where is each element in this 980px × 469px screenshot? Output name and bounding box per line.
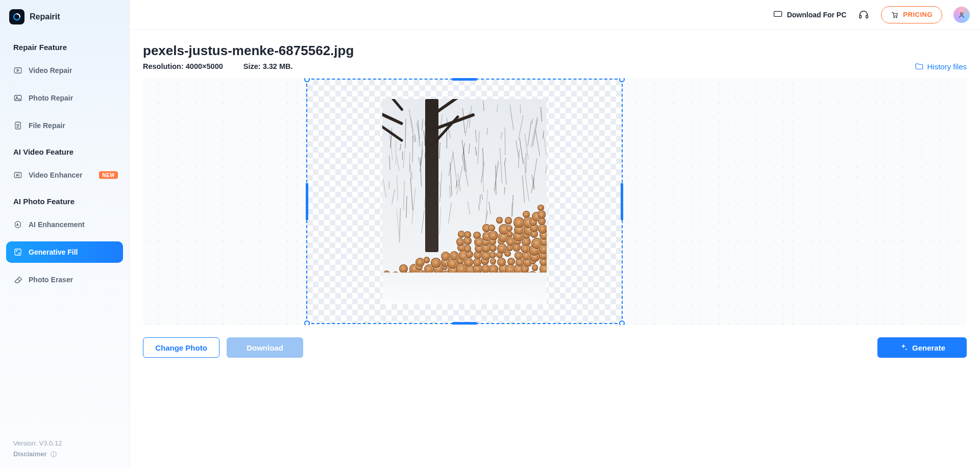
play-box-icon — [13, 66, 22, 75]
logo-mark-icon — [9, 9, 24, 24]
support-button[interactable] — [857, 9, 870, 21]
action-bar: Change Photo Download Generate — [143, 325, 967, 373]
file-meta: Resolution: 4000×5000 Size: 3.32 MB. — [143, 62, 292, 70]
svg-rect-4 — [15, 122, 21, 129]
file-name: pexels-justus-menke-6875562.jpg — [143, 43, 967, 59]
canvas-workarea[interactable] — [143, 78, 967, 325]
sidebar-section-ai-photo: AI Photo Feature — [0, 189, 129, 211]
sidebar-section-ai-video: AI Video Feature — [0, 139, 129, 161]
svg-rect-17 — [866, 15, 868, 17]
sidebar-item-label: Photo Eraser — [29, 276, 73, 284]
content: pexels-justus-menke-6875562.jpg Resoluti… — [130, 30, 980, 469]
avatar[interactable] — [953, 7, 970, 23]
selection-edge-left[interactable] — [306, 183, 308, 220]
info-icon — [50, 451, 57, 458]
sidebar-item-label: Photo Repair — [29, 94, 73, 102]
sidebar-item-generative-fill[interactable]: Generative Fill — [6, 241, 123, 263]
eraser-icon — [13, 275, 22, 284]
resolution: Resolution: 4000×5000 — [143, 62, 223, 70]
main: Download For PC PRICING pexels-justus-me… — [130, 0, 980, 469]
svg-rect-16 — [860, 15, 862, 17]
sidebar-item-ai-enhancement[interactable]: AI Enhancement — [6, 214, 123, 235]
sidebar-item-video-repair[interactable]: Video Repair — [6, 60, 123, 81]
app-logo[interactable]: Repairit — [0, 9, 129, 35]
sidebar-item-photo-eraser[interactable]: Photo Eraser — [6, 269, 123, 290]
user-icon — [958, 11, 966, 19]
sidebar-item-file-repair[interactable]: File Repair — [6, 115, 123, 136]
sidebar-item-label: File Repair — [29, 121, 65, 130]
download-pc-link[interactable]: Download For PC — [773, 10, 847, 20]
meta-row: Resolution: 4000×5000 Size: 3.32 MB. His… — [143, 62, 967, 71]
ai-hex-icon — [13, 220, 22, 229]
monitor-icon — [773, 10, 783, 20]
svg-point-20 — [961, 12, 963, 15]
selection-handle-bl[interactable] — [304, 320, 310, 325]
svg-rect-1 — [14, 68, 21, 73]
pricing-button[interactable]: PRICING — [881, 6, 942, 23]
new-badge: NEW — [99, 171, 118, 179]
download-button[interactable]: Download — [227, 337, 303, 358]
disclaimer-link[interactable]: Disclaimer — [13, 450, 62, 458]
selection-handle-tr[interactable] — [619, 78, 625, 82]
loaded-photo — [382, 99, 547, 304]
file-text-icon — [13, 121, 22, 130]
version-label: Version: V3.0.12 — [13, 439, 62, 447]
svg-point-18 — [894, 16, 895, 17]
selection-edge-bottom[interactable] — [452, 322, 477, 325]
sidebar-item-label: Video Enhancer — [29, 171, 83, 179]
svg-rect-9 — [15, 249, 21, 255]
svg-rect-8 — [14, 172, 21, 178]
sidebar-item-label: Video Repair — [29, 66, 72, 75]
sparkle-icon — [899, 343, 908, 352]
topbar: Download For PC PRICING — [130, 0, 980, 30]
sidebar-footer: Version: V3.0.12 Disclaimer — [13, 439, 62, 458]
selection-edge-right[interactable] — [621, 183, 623, 220]
change-photo-button[interactable]: Change Photo — [143, 337, 219, 358]
svg-point-11 — [53, 453, 54, 453]
sidebar-item-label: AI Enhancement — [29, 220, 85, 229]
selection-edge-top[interactable] — [452, 78, 477, 81]
sidebar-item-video-enhancer[interactable]: Video Enhancer NEW — [6, 164, 123, 186]
selection-handle-tl[interactable] — [304, 78, 310, 82]
ai-box-icon — [13, 170, 22, 180]
crop-selection[interactable] — [306, 79, 623, 324]
size: Size: 3.32 MB. — [243, 62, 293, 70]
sidebar: Repairit Repair Feature Video Repair Pho… — [0, 0, 130, 469]
folder-icon — [915, 62, 924, 71]
sidebar-item-label: Generative Fill — [29, 248, 78, 256]
cart-icon — [891, 11, 899, 19]
svg-rect-12 — [53, 454, 54, 456]
generate-button[interactable]: Generate — [877, 337, 967, 358]
sidebar-item-photo-repair[interactable]: Photo Repair — [6, 87, 123, 109]
svg-point-3 — [16, 96, 17, 97]
sidebar-section-repair: Repair Feature — [0, 35, 129, 57]
history-files-link[interactable]: History files — [915, 62, 967, 71]
svg-rect-13 — [774, 11, 781, 16]
image-icon — [13, 93, 22, 103]
expand-icon — [13, 248, 22, 257]
selection-handle-br[interactable] — [619, 320, 625, 325]
app-name: Repairit — [30, 12, 60, 21]
headset-icon — [858, 9, 869, 20]
svg-point-19 — [896, 16, 897, 17]
